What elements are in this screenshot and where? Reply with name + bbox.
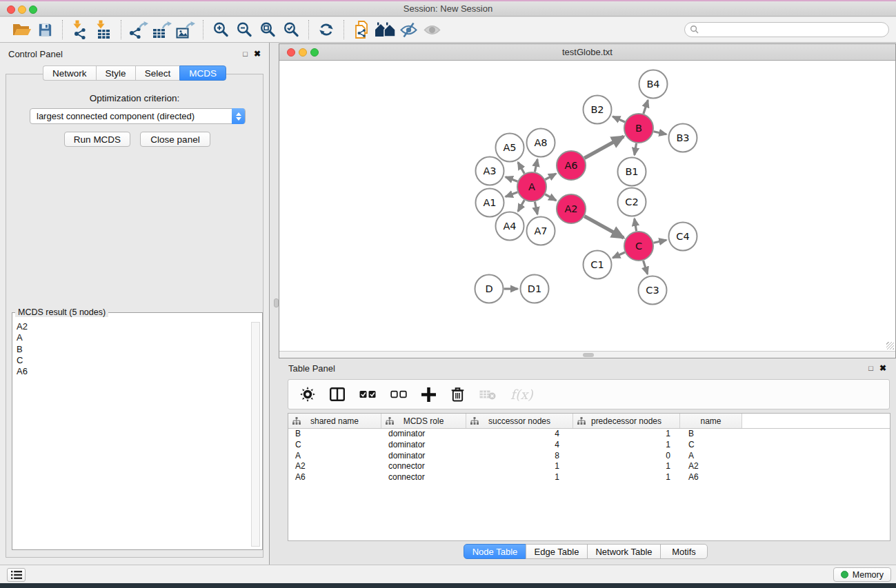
table-cell[interactable]: 1 (573, 472, 680, 483)
export-network-button[interactable] (127, 19, 150, 41)
column-header-predecessor-nodes[interactable]: predecessor nodes (573, 414, 680, 428)
table-cell[interactable]: dominator (381, 429, 466, 440)
criterion-dropdown[interactable]: largest connected component (directed) (30, 108, 246, 124)
edge-A-A6[interactable] (545, 174, 556, 180)
node-A2[interactable]: A2 (557, 194, 586, 223)
column-header-MCDS-role[interactable]: MCDS role (381, 414, 466, 428)
edge-C-C3[interactable] (644, 261, 648, 274)
table-cell[interactable]: 0 (573, 451, 680, 462)
table-cell[interactable]: 1 (573, 429, 680, 440)
first-neighbors-button[interactable] (373, 19, 397, 41)
table-cell[interactable]: 1 (573, 440, 680, 451)
edge-B-B2[interactable] (613, 116, 625, 122)
edge-A6-B[interactable] (584, 136, 624, 158)
scrollbar-thumb[interactable] (583, 353, 594, 357)
table-cell[interactable]: 8 (466, 451, 573, 462)
memory-button[interactable]: Memory (833, 567, 891, 582)
run-mcds-button[interactable]: Run MCDS (64, 132, 130, 147)
table-cell[interactable]: 1 (466, 461, 573, 472)
delete-column-button[interactable] (450, 386, 465, 403)
edge-A-A4[interactable] (518, 200, 524, 211)
task-history-button[interactable] (7, 568, 26, 582)
edge-A-A7[interactable] (535, 202, 537, 214)
control-tab-mcds[interactable]: MCDS (179, 65, 226, 81)
table-float-panel-icon[interactable]: □ (868, 365, 873, 372)
edge-B-B1[interactable] (635, 143, 637, 155)
mcds-result-item[interactable]: B (17, 344, 248, 355)
edge-C-C2[interactable] (635, 219, 637, 231)
add-column-button[interactable] (421, 387, 436, 402)
table-cell[interactable]: 4 (466, 429, 573, 440)
node-C4[interactable]: C4 (669, 223, 697, 251)
zoom-out-button[interactable] (232, 19, 256, 41)
node-A4[interactable]: A4 (496, 212, 524, 241)
tab-network-table[interactable]: Network Table (587, 544, 661, 559)
table-row[interactable]: A2connector11A2 (288, 461, 890, 472)
table-row[interactable]: A6connector11A6 (288, 472, 890, 483)
edge-A-A5[interactable] (518, 162, 524, 173)
network-window-titlebar[interactable]: testGlobe.txt (279, 44, 895, 61)
node-D1[interactable]: D1 (521, 275, 549, 303)
edge-A-A8[interactable] (535, 159, 537, 172)
node-C1[interactable]: C1 (584, 251, 612, 279)
mcds-result-item[interactable]: A6 (17, 366, 248, 377)
table-cell[interactable]: A (288, 451, 381, 462)
table-close-panel-icon[interactable]: ✖ (879, 364, 886, 372)
toggle-panes-button[interactable] (330, 387, 345, 401)
select-all-button[interactable] (359, 389, 376, 400)
table-cell[interactable]: connector (381, 472, 466, 483)
deselect-all-button[interactable] (390, 389, 407, 400)
open-session-button[interactable] (10, 19, 33, 41)
mcds-result-item[interactable]: A2 (17, 321, 248, 332)
float-panel-icon[interactable]: □ (243, 50, 248, 58)
function-builder-button[interactable]: f(x) (510, 387, 533, 402)
node-C2[interactable]: C2 (618, 188, 646, 216)
table-cell[interactable]: A2 (680, 461, 742, 472)
control-tab-style[interactable]: Style (96, 65, 135, 81)
node-A[interactable]: A (517, 172, 546, 201)
close-panel-button[interactable]: Close panel (140, 132, 210, 147)
show-all-button[interactable] (420, 19, 444, 41)
table-cell[interactable]: C (680, 440, 742, 451)
node-B4[interactable]: B4 (639, 70, 668, 99)
node-C[interactable]: C (624, 232, 653, 261)
table-cell[interactable]: 1 (466, 472, 573, 483)
network-canvas[interactable]: AA1A2A3A4A5A6A7A8BB1B2B3B4CC1C2C3C4DD1 (279, 61, 895, 351)
table-cell[interactable]: A6 (680, 472, 742, 483)
edge-C-C4[interactable] (653, 240, 666, 243)
delete-table-button[interactable] (479, 389, 496, 400)
apply-layout-button[interactable] (315, 19, 338, 41)
table-cell[interactable]: dominator (381, 451, 466, 462)
window-resize-grip[interactable] (886, 342, 894, 349)
node-B[interactable]: B (624, 114, 653, 143)
node-C3[interactable]: C3 (639, 276, 667, 305)
network-horizontal-scrollbar[interactable] (279, 351, 895, 358)
tab-node-table[interactable]: Node Table (464, 544, 526, 559)
edge-C-C1[interactable] (613, 252, 625, 258)
table-cell[interactable]: connector (381, 461, 466, 472)
tab-edge-table[interactable]: Edge Table (526, 544, 588, 559)
table-cell[interactable]: B (288, 429, 381, 440)
node-A5[interactable]: A5 (496, 134, 524, 162)
edge-A-A3[interactable] (506, 177, 517, 182)
edge-A-A2[interactable] (545, 194, 556, 201)
edge-B-B4[interactable] (644, 100, 648, 114)
node-D[interactable]: D (475, 275, 504, 303)
close-panel-icon[interactable]: ✖ (254, 50, 261, 58)
node-A1[interactable]: A1 (476, 189, 504, 217)
search-input[interactable] (699, 23, 888, 36)
node-A7[interactable]: A7 (527, 217, 555, 245)
table-cell[interactable]: A (680, 451, 742, 462)
table-row[interactable]: Adominator80A (288, 451, 890, 462)
node-A8[interactable]: A8 (527, 129, 555, 157)
node-A6[interactable]: A6 (557, 151, 586, 180)
column-header-shared-name[interactable]: shared name (288, 414, 381, 428)
column-header-successor-nodes[interactable]: successor nodes (466, 414, 573, 428)
table-cell[interactable]: dominator (381, 440, 466, 451)
table-cell[interactable]: A2 (288, 461, 381, 472)
mcds-result-scrollbar[interactable] (251, 322, 260, 547)
table-row[interactable]: Cdominator41C (288, 440, 890, 451)
table-settings-button[interactable] (300, 387, 315, 402)
export-image-button[interactable] (174, 19, 197, 41)
edge-B-B3[interactable] (653, 132, 666, 134)
